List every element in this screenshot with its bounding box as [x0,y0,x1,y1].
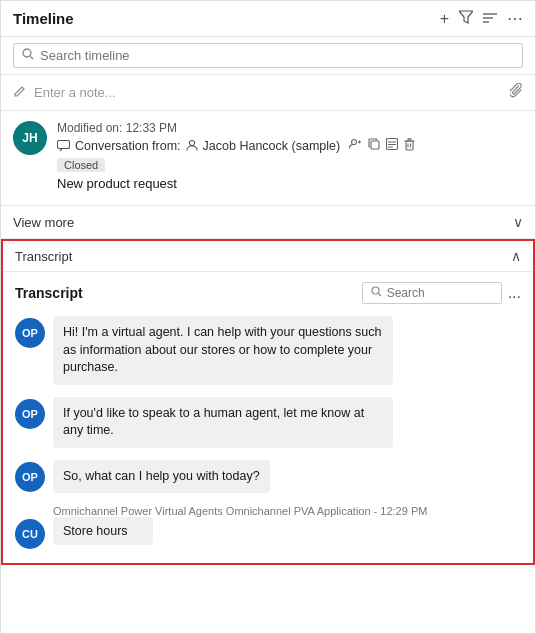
transcript-search-icon [371,286,382,300]
svg-point-21 [372,287,379,294]
transcript-section-title: Transcript [15,249,72,264]
activity-entry: JH Modified on: 12:33 PM Conversation fr… [1,111,535,206]
search-icon [22,48,34,63]
chat-message-partial: CU Store hours [15,517,521,553]
timeline-window: Timeline + ⋯ [0,0,536,634]
activity-content: Modified on: 12:33 PM Conversation from:… [57,121,523,195]
action-icons [349,138,415,154]
assign-icon[interactable] [349,138,362,154]
conversation-prefix: Conversation from: [75,139,181,153]
chat-meta: Omnichannel Power Virtual Agents Omnicha… [53,505,521,517]
activity-modified: Modified on: 12:33 PM [57,121,523,135]
view-more[interactable]: View more ∨ [1,206,535,239]
activity-subject: New product request [57,176,523,191]
chat-messages: OP Hi! I'm a virtual agent. I can help w… [15,316,521,553]
transcript-card-actions: ... [362,282,521,304]
svg-point-4 [23,49,31,57]
svg-line-22 [378,294,381,297]
svg-point-7 [189,140,194,145]
chat-message: OP Hi! I'm a virtual agent. I can help w… [15,316,521,385]
avatar: JH [13,121,47,155]
chat-avatar-op: OP [15,318,45,348]
svg-rect-11 [371,141,379,149]
transcript-search-input[interactable] [387,286,493,300]
header-title: Timeline [13,10,74,27]
add-icon[interactable]: + [440,10,449,28]
note-placeholder[interactable]: Enter a note... [34,85,502,100]
chat-bubble: Hi! I'm a virtual agent. I can help with… [53,316,393,385]
search-input-wrap[interactable] [13,43,523,68]
view-more-label: View more [13,215,74,230]
delete-icon[interactable] [404,138,415,154]
transcript-card: Transcript ... [3,272,533,563]
transcript-card-header: Transcript ... [15,282,521,304]
closed-badge: Closed [57,158,105,172]
svg-line-5 [31,57,34,60]
sort-icon[interactable] [483,10,497,28]
header-icons: + ⋯ [440,9,523,28]
chat-avatar-op: OP [15,399,45,429]
chat-message: OP So, what can I help you with today? [15,460,521,494]
svg-rect-16 [406,141,413,150]
transcript-card-title: Transcript [15,285,83,301]
chat-bubble: If you'd like to speak to a human agent,… [53,397,393,448]
person-icon [186,139,198,154]
more-action-icon[interactable] [386,138,398,154]
timeline-header: Timeline + ⋯ [1,1,535,37]
clip-icon[interactable] [510,83,523,102]
copy-icon[interactable] [368,138,380,154]
search-bar [1,37,535,75]
more-icon[interactable]: ⋯ [507,9,523,28]
chat-bubble-partial: Store hours [53,517,153,545]
transcript-collapse-icon[interactable]: ∧ [511,248,521,264]
transcript-search-wrap[interactable] [362,282,502,304]
search-input[interactable] [40,48,514,63]
transcript-more-icon[interactable]: ... [508,284,521,302]
filter-icon[interactable] [459,10,473,28]
activity-conversation: Conversation from: Jacob Hancock (sample… [57,138,523,154]
edit-icon [13,85,26,101]
svg-rect-6 [58,140,70,148]
transcript-section: Transcript ∧ Transcript [1,239,535,565]
svg-point-8 [352,140,357,145]
chat-avatar-cu: CU [15,519,45,549]
conversation-name: Jacob Hancock (sample) [203,139,341,153]
conversation-icon [57,139,70,154]
chat-message: OP If you'd like to speak to a human age… [15,397,521,448]
chevron-down-icon[interactable]: ∨ [513,214,523,230]
chat-avatar-op: OP [15,462,45,492]
svg-marker-0 [459,11,473,23]
chat-message-with-meta: OP So, what can I help you with today? O… [15,460,521,518]
transcript-section-header: Transcript ∧ [3,241,533,272]
note-bar: Enter a note... [1,75,535,111]
chat-bubble: So, what can I help you with today? [53,460,270,494]
